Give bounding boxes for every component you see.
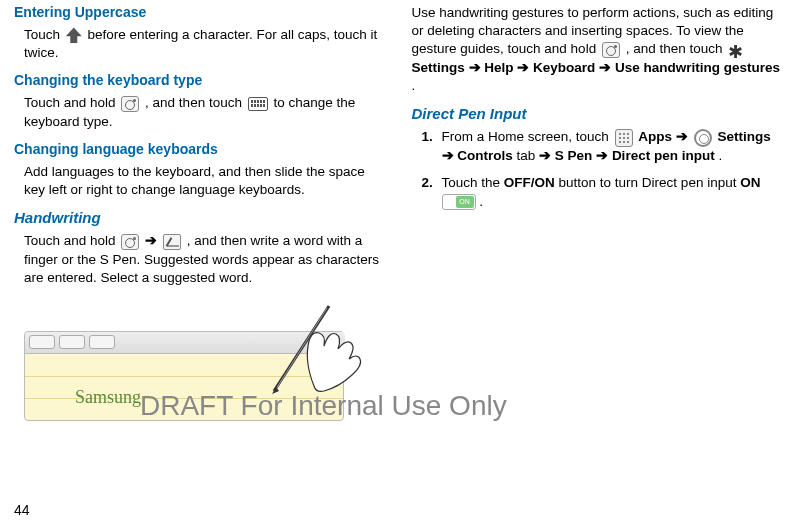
arrow-icon: ➔ xyxy=(469,60,485,75)
arrow-icon: ➔ xyxy=(145,233,161,248)
toolbar-button xyxy=(89,335,115,349)
settings-key-icon xyxy=(121,234,139,250)
step-1: 1. From a Home screen, touch Apps ➔ Sett… xyxy=(422,128,786,166)
handwriting-sample-text: Samsung xyxy=(75,387,141,408)
text-bold: Keyboard xyxy=(533,60,595,75)
para-language: Add languages to the keyboard, and then … xyxy=(24,163,388,199)
text: . xyxy=(718,148,722,163)
arrow-icon: ➔ xyxy=(517,60,533,75)
step-2: 2. Touch the OFF/ON button to turn Direc… xyxy=(422,174,786,212)
keyboard-icon xyxy=(248,97,268,111)
text-bold: Settings xyxy=(717,129,770,144)
text: tab xyxy=(517,148,540,163)
toolbar-button xyxy=(59,335,85,349)
heading-language-keyboards: Changing language keyboards xyxy=(14,141,388,157)
arrow-icon: ➔ xyxy=(539,148,555,163)
steps-list: 1. From a Home screen, touch Apps ➔ Sett… xyxy=(422,128,786,212)
text: button to turn Direct pen input xyxy=(559,175,741,190)
apps-icon xyxy=(615,129,633,147)
svg-marker-2 xyxy=(272,387,279,394)
text-bold: Settings xyxy=(412,60,465,75)
arrow-icon: ➔ xyxy=(599,60,615,75)
heading-direct-pen-input: Direct Pen Input xyxy=(412,105,786,122)
arrow-icon: ➔ xyxy=(676,129,692,144)
heading-keyboard-type: Changing the keyboard type xyxy=(14,72,388,88)
text-bold: Help xyxy=(484,60,513,75)
text-bold: ON xyxy=(740,175,760,190)
text: Touch and hold xyxy=(24,95,119,110)
text-bold: Direct pen input xyxy=(612,148,715,163)
settings-ring-icon xyxy=(694,129,712,147)
para-uppercase: Touch before entering a character. For a… xyxy=(24,26,388,62)
page-number: 44 xyxy=(14,502,30,518)
step-number: 2. xyxy=(422,174,433,193)
para-keyboard-type: Touch and hold , and then touch to chang… xyxy=(24,94,388,130)
right-column: Use handwriting gestures to perform acti… xyxy=(412,0,786,431)
para-gestures: Use handwriting gestures to perform acti… xyxy=(412,4,786,95)
text: . xyxy=(412,78,416,93)
para-handwriting: Touch and hold ➔ , and then write a word… xyxy=(24,232,388,287)
text: Touch xyxy=(24,27,64,42)
text-bold: Apps xyxy=(638,129,672,144)
text-bold: OFF/ON xyxy=(504,175,555,190)
handwriting-key-icon xyxy=(163,234,181,250)
text-bold: Controls xyxy=(457,148,513,163)
gear-icon xyxy=(728,42,744,58)
toolbar-button xyxy=(29,335,55,349)
shift-icon xyxy=(66,27,82,43)
text: Touch the xyxy=(442,175,504,190)
handwriting-illustration: Samsung xyxy=(24,301,364,431)
text: Touch and hold xyxy=(24,233,119,248)
arrow-icon: ➔ xyxy=(442,148,458,163)
settings-key-icon xyxy=(602,42,620,58)
text: . xyxy=(479,194,483,209)
arrow-icon: ➔ xyxy=(596,148,612,163)
settings-key-icon xyxy=(121,96,139,112)
on-toggle-icon xyxy=(442,194,476,210)
text-bold: S Pen xyxy=(555,148,593,163)
hand-with-pen-icon xyxy=(254,291,374,401)
step-number: 1. xyxy=(422,128,433,147)
heading-entering-uppercase: Entering Uppercase xyxy=(14,4,388,20)
text: , and then touch xyxy=(145,95,246,110)
heading-handwriting: Handwriting xyxy=(14,209,388,226)
text: , and then touch xyxy=(626,41,727,56)
text: From a Home screen, touch xyxy=(442,129,613,144)
text-bold: Use handwriting gestures xyxy=(615,60,780,75)
left-column: Entering Uppercase Touch before entering… xyxy=(14,0,388,431)
